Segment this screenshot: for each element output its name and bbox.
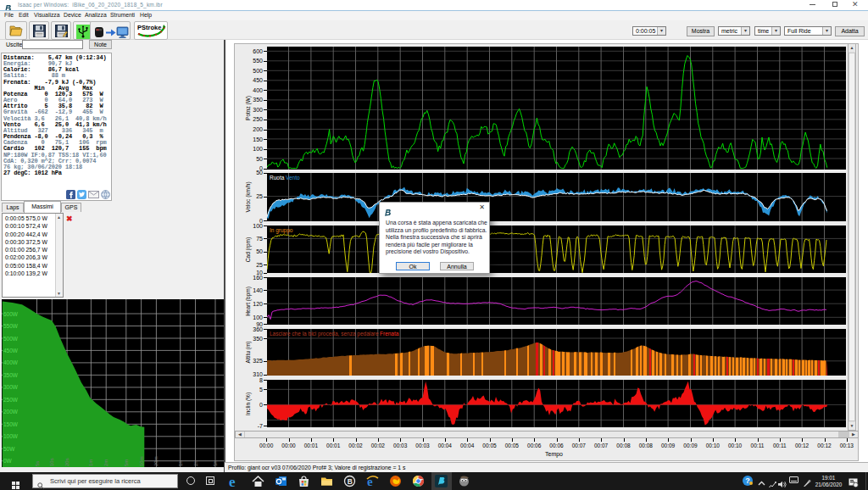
svg-text:550W: 550W xyxy=(3,323,19,329)
svg-text:In gruppo: In gruppo xyxy=(270,227,293,234)
svg-text:10s: 10s xyxy=(49,458,54,466)
svg-text:Frenata: Frenata xyxy=(380,331,399,337)
svg-text:400W: 400W xyxy=(3,359,19,365)
svg-text:2h: 2h xyxy=(193,460,198,466)
svg-text:B: B xyxy=(348,477,353,486)
svg-text:20s: 20s xyxy=(64,458,70,466)
svg-text:200W: 200W xyxy=(3,409,19,415)
svg-text:100W: 100W xyxy=(3,433,19,439)
svg-text:PStroke: PStroke xyxy=(137,24,161,31)
svg-text:300W: 300W xyxy=(3,384,19,390)
svg-text:5s: 5s xyxy=(35,461,40,466)
svg-text:1h: 1h xyxy=(178,460,183,466)
svg-text:5m: 5m xyxy=(124,459,129,466)
svg-text:e: e xyxy=(229,475,236,488)
svg-text:450W: 450W xyxy=(3,348,19,354)
svg-text:250W: 250W xyxy=(3,397,19,403)
svg-text:Lasciare che la bici proceda,: Lasciare che la bici proceda, senza peda… xyxy=(270,331,379,337)
svg-text:1m: 1m xyxy=(88,459,93,466)
svg-text:2m: 2m xyxy=(103,459,108,466)
svg-text:10m: 10m xyxy=(139,456,144,466)
svg-text:Vento: Vento xyxy=(286,175,300,181)
svg-text:5h: 5h xyxy=(213,460,218,466)
svg-text:500W: 500W xyxy=(3,336,19,342)
svg-text:Ruota: Ruota xyxy=(270,175,285,181)
svg-text:50W: 50W xyxy=(3,446,15,452)
svg-text:150W: 150W xyxy=(3,421,19,427)
svg-text:0W: 0W xyxy=(3,458,13,464)
svg-text:350W: 350W xyxy=(3,372,19,378)
svg-text:600W: 600W xyxy=(3,311,19,317)
svg-text:20m: 20m xyxy=(153,456,159,466)
